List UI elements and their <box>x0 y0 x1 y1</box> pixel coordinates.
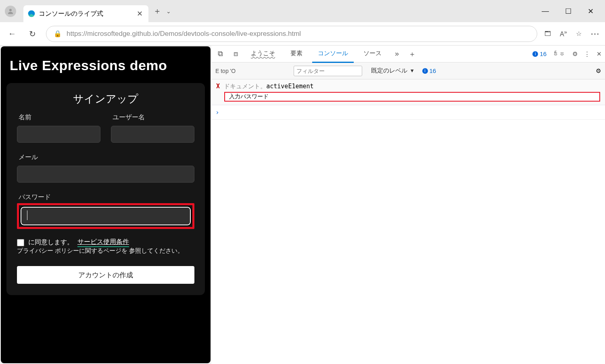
svg-point-0 <box>9 9 12 11</box>
tab-sources[interactable]: ソース <box>358 49 387 59</box>
email-label: メール <box>17 153 194 162</box>
username-label: ユーザー名 <box>111 113 194 122</box>
devtools-tabstrip: ⧉ ⧈ ようこそ 要素 コンソール ソース » ＋ i16 ఠ్ఠ ⚙ ⋮ ✕ <box>211 46 605 62</box>
inspect-icon[interactable]: ⧉ <box>215 50 226 58</box>
tabs-menu-icon[interactable]: ⌄ <box>166 8 171 15</box>
remove-expression-icon[interactable]: X <box>216 83 220 90</box>
new-tab-button[interactable]: ＋ <box>153 6 161 17</box>
agree-row: に同意します。 サービス使用条件 <box>17 238 194 247</box>
devtools-panel: ⧉ ⧈ ようこそ 要素 コンソール ソース » ＋ i16 ఠ్ఠ ⚙ ⋮ ✕ … <box>211 46 605 364</box>
maximize-button[interactable]: ☐ <box>565 7 572 16</box>
signup-title: サインアップ <box>17 92 194 106</box>
tab-welcome[interactable]: ようこそ <box>245 49 281 59</box>
agree-checkbox[interactable] <box>17 239 24 246</box>
close-window-button[interactable]: ✕ <box>588 7 594 16</box>
privacy-text: プライバシー ポリシーに関するページを 参照してください。 <box>17 247 194 255</box>
tos-link[interactable]: サービス使用条件 <box>77 238 129 247</box>
address-bar[interactable]: 🔒 https://microsoftedge.github.io/Demos/… <box>46 26 537 42</box>
create-account-button[interactable]: アカウントの作成 <box>17 266 194 284</box>
live-expression[interactable]: X ドキュメント。activeE1ement 入力パスワード <box>211 79 605 105</box>
tab-title: コンソールのライブ式 <box>39 10 103 18</box>
add-panel-icon[interactable]: ＋ <box>407 49 418 59</box>
context-selector[interactable]: E top 'O <box>215 68 236 74</box>
agree-text: に同意します。 <box>28 238 73 247</box>
app-icon[interactable]: 🗔 <box>544 30 551 37</box>
window-titlebar: コンソールのライブ式 ✕ ＋ ⌄ — ☐ ✕ <box>0 0 605 22</box>
read-aloud-icon[interactable]: A» <box>560 29 567 38</box>
device-icon[interactable]: ⧈ <box>230 50 241 58</box>
password-label: パスワード <box>17 193 194 202</box>
toolbar-issues[interactable]: i16 <box>422 67 436 74</box>
back-button[interactable]: ← <box>6 29 19 38</box>
password-input[interactable] <box>21 207 191 225</box>
more-tabs-icon[interactable]: » <box>391 50 403 58</box>
console-toolbar: E top 'O 既定のレベル ▾ i16 ⚙ <box>211 62 605 79</box>
console-prompt[interactable]: › <box>211 105 605 120</box>
lock-icon: 🔒 <box>54 30 62 37</box>
kebab-icon[interactable]: ⋮ <box>584 50 590 58</box>
filter-input[interactable] <box>294 66 362 76</box>
browser-tab[interactable]: コンソールのライブ式 ✕ <box>23 5 148 22</box>
username-input[interactable] <box>111 126 194 143</box>
password-highlight <box>17 203 194 229</box>
settings-icon[interactable]: ⚙ <box>572 50 578 58</box>
expr-prefix: ドキュメント。 <box>224 83 266 89</box>
tab-console[interactable]: コンソール <box>312 49 354 59</box>
expr-text: activeE1ement <box>266 83 313 90</box>
window-controls: — ☐ ✕ <box>542 7 603 16</box>
name-input[interactable] <box>17 126 100 143</box>
live-expression-result: 入力パスワード <box>224 92 600 102</box>
text-cursor <box>27 210 27 220</box>
url-text: https://microsoftedge.github.io/Demos/de… <box>67 30 301 38</box>
more-icon[interactable]: ⋯ <box>590 29 599 39</box>
log-levels[interactable]: 既定のレベル ▾ <box>371 67 414 75</box>
content-area: Live Expressions demo サインアップ 名前 ユーザー名 メー… <box>0 46 605 364</box>
name-label: 名前 <box>17 113 100 122</box>
feedback-icon[interactable]: ఠ్ఠ <box>553 50 566 57</box>
email-input[interactable] <box>17 166 194 183</box>
console-settings-icon[interactable]: ⚙ <box>596 67 601 75</box>
tab-elements[interactable]: 要素 <box>285 49 308 59</box>
demo-page: Live Expressions demo サインアップ 名前 ユーザー名 メー… <box>1 46 211 363</box>
refresh-button[interactable]: ↻ <box>26 29 39 39</box>
signup-card: サインアップ 名前 ユーザー名 メール パスワード <box>6 83 205 295</box>
minimize-button[interactable]: — <box>542 7 549 16</box>
profile-icon[interactable] <box>5 6 16 17</box>
close-tab-icon[interactable]: ✕ <box>137 9 143 18</box>
edge-icon <box>27 10 35 18</box>
favorite-icon[interactable]: ☆ <box>576 30 582 37</box>
issues-badge[interactable]: i16 <box>532 50 547 57</box>
toolbar: ← ↻ 🔒 https://microsoftedge.github.io/De… <box>0 22 605 46</box>
close-devtools-icon[interactable]: ✕ <box>597 50 602 58</box>
page-heading: Live Expressions demo <box>10 58 205 73</box>
